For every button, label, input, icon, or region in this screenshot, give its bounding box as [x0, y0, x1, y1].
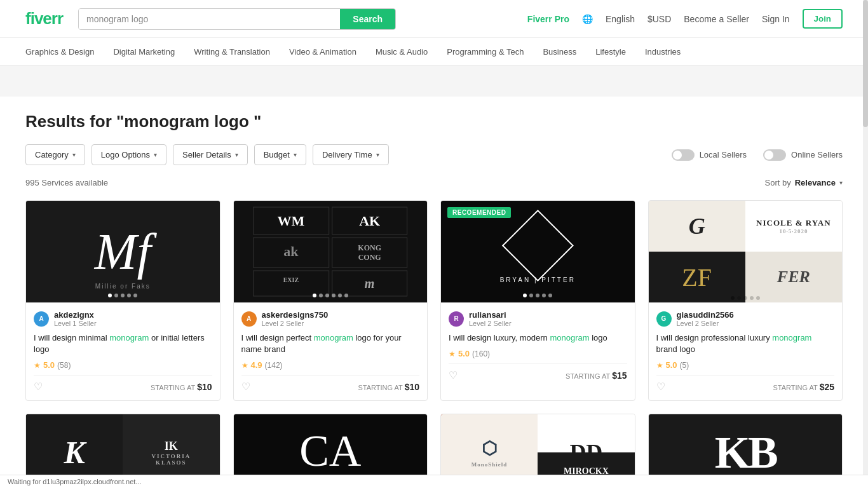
monogram-visual: KB	[715, 426, 776, 479]
seller-row: G giasuddin2566 Level 2 Seller	[656, 310, 835, 327]
search-button[interactable]: Search	[340, 9, 395, 29]
card-title[interactable]: I will design professional luxury monogr…	[656, 332, 835, 355]
card-title[interactable]: I will design minimal monogram or initia…	[34, 332, 212, 355]
rating-row: ★ 5.0 (160)	[449, 349, 627, 358]
price-value: $15	[612, 370, 627, 381]
language-selector[interactable]: English	[606, 14, 635, 24]
recommended-badge: RECOEMENDED	[447, 207, 511, 218]
price-value: $10	[197, 382, 212, 392]
filter-delivery-time[interactable]: Delivery Time ▾	[313, 144, 389, 165]
scrollbar-thumb[interactable]	[863, 0, 868, 127]
price-value: $10	[405, 382, 419, 392]
rating-count: (58)	[57, 361, 71, 370]
sign-in-link[interactable]: Sign In	[762, 14, 790, 24]
nav-industries[interactable]: Industries	[645, 47, 681, 57]
nav-programming-tech[interactable]: Programming & Tech	[447, 47, 524, 57]
card-image[interactable]: Mf Millie or Faks	[26, 201, 220, 302]
nav-writing-translation[interactable]: Writing & Translation	[194, 47, 270, 57]
nav-business[interactable]: Business	[543, 47, 576, 57]
rating-count: (160)	[472, 349, 490, 358]
avatar: A	[34, 311, 49, 327]
results-title: Results for "monogram logo "	[25, 112, 843, 132]
avatar: G	[656, 311, 672, 327]
scrollbar[interactable]	[863, 0, 868, 488]
nav-digital-marketing[interactable]: Digital Marketing	[113, 47, 175, 57]
card-image[interactable]: RECOEMENDED BRYAN | PITTER	[441, 201, 635, 302]
seller-row: A akdezignx Level 1 Seller	[34, 310, 212, 327]
gig-card: RECOEMENDED BRYAN | PITTER R ruliansari …	[440, 200, 635, 401]
card-grid: Mf Millie or Faks A akdezignx Level 1 Se…	[25, 200, 843, 401]
chevron-down-icon: ▾	[235, 151, 238, 158]
avatar: A	[241, 311, 257, 327]
rating-count: (5)	[680, 361, 689, 370]
seller-name[interactable]: akdezignx	[54, 310, 97, 320]
carousel-dots	[313, 294, 348, 297]
seller-level: Level 1 Seller	[54, 320, 97, 327]
filter-category[interactable]: Category ▾	[25, 144, 85, 165]
seller-row: R ruliansari Level 2 Seller	[449, 310, 627, 327]
card-title[interactable]: I will design luxury, modern monogram lo…	[449, 332, 627, 344]
starting-at-label: STARTING AT	[773, 384, 819, 391]
price-row: ♡ STARTING AT $15	[449, 363, 627, 381]
gig-card: WM AK ak KONGCONG EXIZ m A askerdesigns7…	[233, 200, 428, 401]
filter-budget[interactable]: Budget ▾	[254, 144, 306, 165]
logo[interactable]: fiverr	[25, 9, 63, 29]
card-title[interactable]: I will design perfect monogram logo for …	[241, 332, 420, 355]
chevron-down-icon: ▾	[154, 151, 157, 158]
nav-video-animation[interactable]: Video & Animation	[289, 47, 356, 57]
seller-level: Level 2 Seller	[262, 320, 329, 327]
favorite-icon[interactable]: ♡	[34, 381, 43, 393]
globe-icon: 🌐	[582, 14, 593, 24]
results-bar: 995 Services available Sort by Relevance…	[25, 178, 843, 187]
become-seller-link[interactable]: Become a Seller	[684, 14, 749, 24]
favorite-icon[interactable]: ♡	[449, 369, 458, 381]
card-image[interactable]: G NICOLE & RYAN 10·5·2020 ZF FER	[649, 201, 843, 302]
nav-music-audio[interactable]: Music & Audio	[376, 47, 428, 57]
filter-logo-options[interactable]: Logo Options ▾	[92, 144, 166, 165]
price-row: ♡ STARTING AT $10	[34, 375, 212, 393]
star-icon: ★	[241, 361, 248, 370]
local-sellers-toggle[interactable]	[672, 149, 695, 161]
seller-level: Level 2 Seller	[469, 320, 512, 327]
fiverr-pro-link[interactable]: Fiverr Pro	[527, 14, 569, 24]
monogram-visual: WM AK ak KONGCONG EXIZ m	[253, 207, 408, 297]
sort-by-label: Sort by	[764, 178, 790, 187]
online-sellers-toggle[interactable]	[763, 149, 786, 161]
sort-value[interactable]: Relevance	[795, 178, 836, 187]
star-icon: ★	[449, 349, 456, 358]
nav-lifestyle[interactable]: Lifestyle	[595, 47, 626, 57]
card-body: R ruliansari Level 2 Seller I will desig…	[441, 302, 635, 389]
nav-bar: Graphics & Design Digital Marketing Writ…	[0, 38, 868, 66]
card-body: G giasuddin2566 Level 2 Seller I will de…	[649, 302, 843, 400]
local-sellers-toggle-group: Local Sellers	[672, 149, 747, 161]
rating-row: ★ 5.0 (58)	[34, 360, 212, 370]
starting-at-label: STARTING AT	[566, 372, 612, 380]
chevron-down-icon: ▾	[376, 151, 379, 158]
monogram-visual: BRYAN | PITTER	[500, 220, 576, 283]
status-text: Waiting for d1lu3pmaz2ilpx.cloudfront.ne…	[8, 478, 142, 485]
seller-level: Level 2 Seller	[677, 320, 734, 327]
monogram-visual: G NICOLE & RYAN 10·5·2020 ZF FER	[649, 201, 843, 302]
favorite-icon[interactable]: ♡	[656, 381, 665, 393]
search-bar: Search	[78, 8, 396, 30]
join-button[interactable]: Join	[803, 9, 843, 29]
currency-selector[interactable]: $USD	[648, 14, 671, 24]
chevron-down-icon: ▾	[839, 179, 843, 186]
starting-at-label: STARTING AT	[151, 384, 197, 391]
sort-group: Sort by Relevance ▾	[764, 178, 843, 187]
seller-name[interactable]: ruliansari	[469, 310, 512, 320]
star-icon: ★	[34, 361, 41, 370]
filter-seller-details[interactable]: Seller Details ▾	[173, 144, 248, 165]
gig-card: Mf Millie or Faks A akdezignx Level 1 Se…	[25, 200, 220, 401]
favorite-icon[interactable]: ♡	[241, 381, 250, 393]
filters-bar: Category ▾ Logo Options ▾ Seller Details…	[25, 144, 843, 165]
search-input[interactable]	[79, 9, 340, 29]
rating-value: 4.9	[251, 360, 262, 370]
card-image[interactable]: WM AK ak KONGCONG EXIZ m	[234, 201, 428, 302]
price-row: ♡ STARTING AT $25	[656, 375, 835, 393]
seller-name[interactable]: askerdesigns750	[262, 310, 329, 320]
nav-graphics-design[interactable]: Graphics & Design	[25, 47, 94, 57]
rating-row: ★ 5.0 (5)	[656, 360, 835, 370]
brand-subtitle: Millie or Faks	[95, 283, 151, 290]
seller-name[interactable]: giasuddin2566	[677, 310, 734, 320]
